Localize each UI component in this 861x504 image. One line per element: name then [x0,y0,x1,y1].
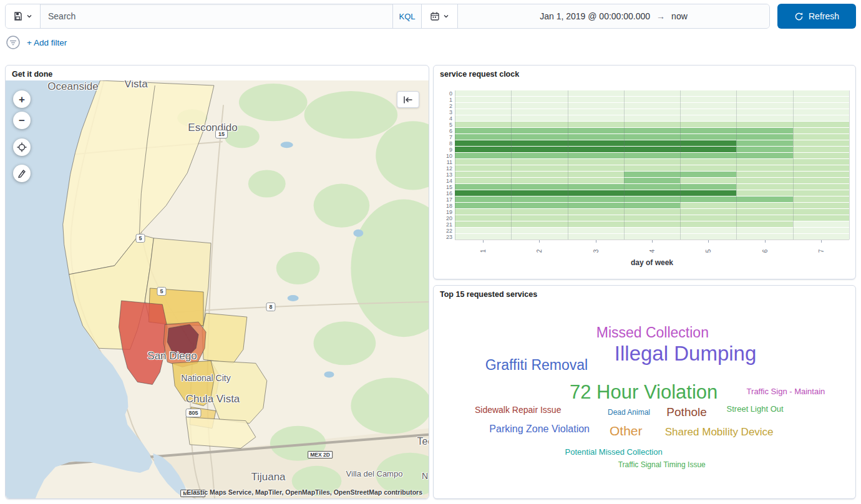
heatmap-cell[interactable] [624,97,680,102]
heatmap-cell[interactable] [624,122,680,127]
zoom-out-button[interactable]: − [13,112,31,129]
heatmap-cell[interactable] [793,134,849,140]
heatmap-cell[interactable] [455,97,511,102]
heatmap-cell[interactable] [455,134,511,140]
heatmap-cell[interactable] [680,103,736,109]
heatmap-cell[interactable] [455,234,511,240]
heatmap-cell[interactable] [511,184,567,190]
tag-illegal-dumping[interactable]: Illegal Dumping [615,342,756,366]
heatmap-cell[interactable] [680,147,736,152]
heatmap-cell[interactable] [624,128,680,133]
heatmap-cell[interactable] [568,221,624,227]
heatmap-cell[interactable] [736,165,792,171]
heatmap-cell[interactable] [624,203,680,208]
fit-to-data-button[interactable] [13,138,31,156]
heatmap-cell[interactable] [736,228,792,233]
heatmap-cell[interactable] [736,178,792,183]
tag-traffic-signal-timing-issue[interactable]: Traffic Signal Timing Issue [618,460,706,469]
heatmap-cell[interactable] [511,221,567,227]
heatmap-cell[interactable] [624,228,680,233]
heatmap-cell[interactable] [455,172,511,177]
search-input[interactable] [41,4,392,28]
heatmap-cell[interactable] [568,190,624,196]
heatmap-cell[interactable] [568,159,624,165]
heatmap-cell[interactable] [680,184,736,190]
heatmap-cell[interactable] [793,184,849,190]
heatmap-cell[interactable] [680,221,736,227]
heatmap-cell[interactable] [624,103,680,109]
heatmap-cell[interactable] [511,172,567,177]
heatmap-cell[interactable] [624,184,680,190]
heatmap-cell[interactable] [680,97,736,102]
heatmap-cell[interactable] [793,203,849,208]
heatmap-cell[interactable] [736,215,792,221]
heatmap-cell[interactable] [568,109,624,115]
tag-pothole[interactable]: Pothole [666,405,706,419]
heatmap-cell[interactable] [680,196,736,202]
heatmap-cell[interactable] [793,103,849,109]
heatmap-cell[interactable] [455,165,511,171]
refresh-button[interactable]: Refresh [777,4,856,29]
heatmap-cell[interactable] [624,165,680,171]
heatmap-cell[interactable] [680,215,736,221]
heatmap-cell[interactable] [736,128,792,133]
heatmap-cell[interactable] [624,178,680,183]
heatmap-cell[interactable] [511,159,567,165]
heatmap-cell[interactable] [680,190,736,196]
heatmap-cell[interactable] [736,109,792,115]
heatmap-cell[interactable] [680,209,736,215]
heatmap-cell[interactable] [680,178,736,183]
heatmap-cell[interactable] [736,122,792,127]
tag-dead-animal[interactable]: Dead Animal [608,408,650,417]
add-filter-link[interactable]: + Add filter [27,38,67,47]
heatmap-cell[interactable] [680,153,736,158]
heatmap-cell[interactable] [511,122,567,127]
heatmap-cell[interactable] [624,234,680,240]
heatmap-cell[interactable] [568,178,624,183]
heatmap-cell[interactable] [793,109,849,115]
heatmap-cell[interactable] [455,228,511,233]
date-picker-button[interactable] [421,4,457,28]
heatmap-cell[interactable] [793,140,849,146]
heatmap-cell[interactable] [455,109,511,115]
heatmap-cell[interactable] [793,190,849,196]
heatmap-cell[interactable] [568,172,624,177]
saved-query-menu-button[interactable] [6,4,41,28]
tag-street-light-out[interactable]: Street Light Out [727,404,784,414]
heatmap-cell[interactable] [736,184,792,190]
heatmap-cell[interactable] [680,172,736,177]
heatmap-cell[interactable] [568,203,624,208]
heatmap-cell[interactable] [511,228,567,233]
heatmap-cell[interactable] [511,215,567,221]
map-canvas[interactable]: OceansideVistaEscondidoSan DiegoNational… [6,80,429,498]
heatmap-cell[interactable] [511,178,567,183]
heatmap-cell[interactable] [511,90,567,96]
heatmap-cell[interactable] [624,215,680,221]
tag-shared-mobility-device[interactable]: Shared Mobility Device [665,426,774,439]
heatmap-cell[interactable] [568,147,624,152]
tag-parking-zone-violation[interactable]: Parking Zone Violation [489,424,590,435]
heatmap-cell[interactable] [511,109,567,115]
heatmap-cell[interactable] [511,190,567,196]
heatmap-cell[interactable] [511,196,567,202]
heatmap-cell[interactable] [793,97,849,102]
heatmap-cell[interactable] [624,147,680,152]
heatmap-cell[interactable] [511,203,567,208]
heatmap-cell[interactable] [624,134,680,140]
heatmap-cell[interactable] [568,209,624,215]
heatmap-cell[interactable] [511,97,567,102]
heatmap-cell[interactable] [568,115,624,121]
heatmap-cell[interactable] [736,140,792,146]
tag-graffiti-removal[interactable]: Graffiti Removal [485,357,588,374]
heatmap-cell[interactable] [680,203,736,208]
heatmap-cell[interactable] [624,90,680,96]
tag-other[interactable]: Other [610,424,643,439]
heatmap-cell[interactable] [455,147,511,152]
heatmap-cell[interactable] [455,196,511,202]
heatmap-cell[interactable] [568,215,624,221]
heatmap-cell[interactable] [736,209,792,215]
date-range-display[interactable]: Jan 1, 2019 @ 00:00:00.000 → now [457,4,769,28]
heatmap-cell[interactable] [455,128,511,133]
heatmap-cell[interactable] [568,228,624,233]
heatmap-cell[interactable] [680,115,736,121]
